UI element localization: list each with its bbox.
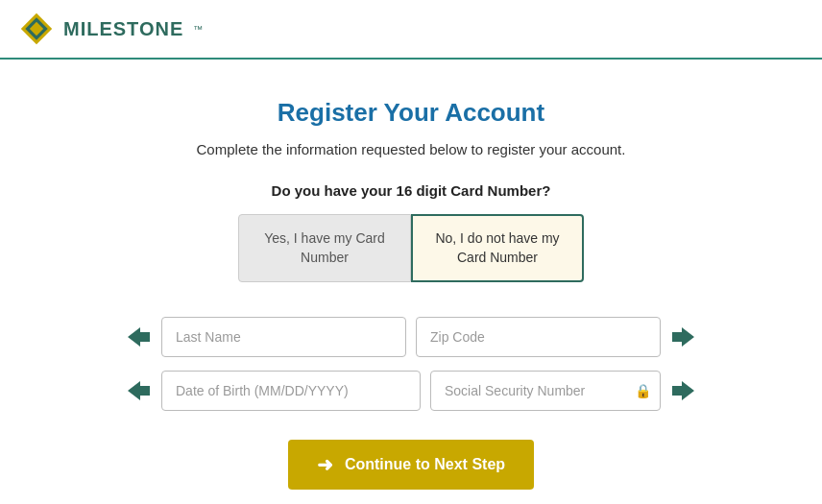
form-inputs-row-2: 🔒 [161, 371, 661, 411]
toggle-no-button[interactable]: No, I do not have my Card Number [411, 214, 584, 282]
toggle-yes-button[interactable]: Yes, I have my Card Number [238, 214, 411, 282]
card-question-label: Do you have your 16 digit Card Number? [272, 182, 551, 199]
arrow-right-icon-1 [670, 323, 699, 351]
card-toggle-group: Yes, I have my Card Number No, I do not … [238, 214, 584, 282]
last-name-input[interactable] [161, 317, 406, 357]
form-row-2: 🔒 [123, 371, 699, 411]
svg-marker-6 [672, 381, 694, 400]
ssn-input[interactable] [430, 371, 661, 411]
svg-marker-4 [672, 327, 694, 347]
arrow-right-icon-2 [670, 376, 699, 405]
arrow-left-icon-1 [123, 323, 152, 351]
page-title: Register Your Account [278, 98, 544, 128]
arrow-left-icon-2 [123, 376, 152, 405]
svg-marker-3 [128, 327, 150, 347]
logo-icon [19, 12, 54, 46]
logo: MILESTONE™ [19, 12, 203, 46]
continue-arrow-icon: ➜ [317, 453, 333, 476]
ssn-input-wrapper: 🔒 [430, 371, 661, 411]
zip-code-input[interactable] [416, 317, 661, 357]
page-header: MILESTONE™ [0, 0, 822, 60]
continue-button-label: Continue to Next Step [345, 456, 505, 473]
dob-input[interactable] [161, 371, 421, 411]
main-content: Register Your Account Complete the infor… [0, 60, 822, 504]
logo-tm: ™ [193, 24, 203, 35]
subtitle-text: Complete the information requested below… [197, 141, 626, 157]
form-row-1 [123, 317, 699, 357]
form-section: 🔒 [123, 317, 699, 411]
lock-icon: 🔒 [635, 383, 651, 398]
logo-text: MILESTONE [63, 18, 183, 40]
svg-marker-5 [128, 381, 150, 400]
continue-button[interactable]: ➜ Continue to Next Step [288, 440, 534, 490]
form-inputs-row-1 [161, 317, 661, 357]
